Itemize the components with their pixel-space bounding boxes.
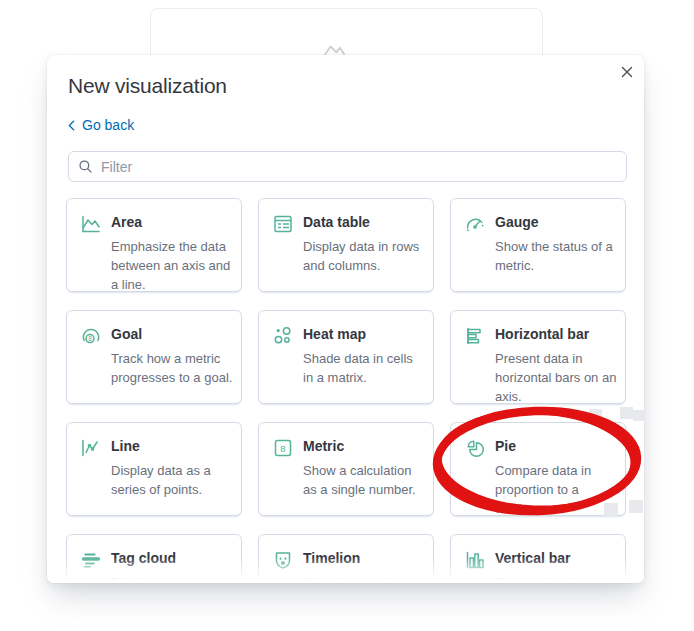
go-back-link[interactable]: Go back	[68, 117, 134, 133]
timelion-icon	[271, 548, 295, 572]
vis-type-card-gauge[interactable]: Gauge Show the status of a metric.	[450, 198, 626, 292]
vertical-bar-icon	[463, 548, 487, 572]
vis-type-card-pie[interactable]: Pie Compare data in proportion to a whol…	[450, 422, 626, 516]
card-description: Show time series data on a graph.	[303, 573, 426, 583]
vis-type-card-goal[interactable]: 8 Goal Track how a metric progresses to …	[66, 310, 242, 404]
artifact-square	[620, 407, 633, 419]
card-description: Display data in rows and columns.	[303, 237, 426, 275]
vis-type-card-area[interactable]: Area Emphasize the data between an axis …	[66, 198, 242, 292]
data-table-icon	[271, 212, 295, 236]
card-title: Pie	[495, 438, 516, 454]
go-back-label: Go back	[82, 117, 134, 133]
pie-icon	[463, 436, 487, 460]
vis-type-grid: Area Emphasize the data between an axis …	[66, 198, 626, 583]
card-title: Heat map	[303, 326, 366, 342]
vis-type-card-vertical-bar[interactable]: Vertical bar Present data in vertical ba…	[450, 534, 626, 583]
card-description: Present data in vertical bars on an axis…	[495, 573, 618, 583]
card-title: Timelion	[303, 550, 360, 566]
card-title: Area	[111, 214, 142, 230]
gauge-icon	[463, 212, 487, 236]
heat-map-icon	[271, 324, 295, 348]
new-visualization-modal: New visualization Go back Area Emphasize…	[47, 55, 644, 583]
artifact-square	[604, 503, 618, 516]
chevron-left-icon	[68, 120, 75, 131]
card-title: Line	[111, 438, 140, 454]
vis-type-card-horizontal-bar[interactable]: Horizontal bar Present data in horizonta…	[450, 310, 626, 404]
vis-type-card-data-table[interactable]: Data table Display data in rows and colu…	[258, 198, 434, 292]
page-title: New visualization	[68, 74, 227, 98]
card-description: Show the status of a metric.	[495, 237, 618, 275]
card-description: Shade data in cells in a matrix.	[303, 349, 426, 387]
card-description: Show a calculation as a single number.	[303, 461, 426, 499]
close-icon[interactable]	[616, 61, 638, 83]
filter-input[interactable]	[68, 151, 627, 182]
tag-cloud-icon	[79, 548, 103, 572]
card-title: Horizontal bar	[495, 326, 589, 342]
card-title: Gauge	[495, 214, 539, 230]
line-icon	[79, 436, 103, 460]
area-icon	[79, 212, 103, 236]
vis-type-card-tag-cloud[interactable]: Tag cloud Display word frequency with fo…	[66, 534, 242, 583]
card-description: Display data as a series of points.	[111, 461, 234, 499]
card-title: Data table	[303, 214, 370, 230]
horizontal-bar-icon	[463, 324, 487, 348]
artifact-square	[629, 500, 643, 513]
vis-type-card-heat-map[interactable]: Heat map Shade data in cells in a matrix…	[258, 310, 434, 404]
card-description: Present data in horizontal bars on an ax…	[495, 349, 618, 406]
card-title: Goal	[111, 326, 142, 342]
card-description: Compare data in proportion to a whole.	[495, 461, 618, 518]
artifact-square	[633, 410, 644, 421]
svg-text:8: 8	[280, 443, 285, 454]
vis-type-card-metric[interactable]: 8 Metric Show a calculation as a single …	[258, 422, 434, 516]
page: New visualization Go back Area Emphasize…	[0, 0, 694, 631]
svg-text:8: 8	[88, 335, 92, 342]
card-description: Emphasize the data between an axis and a…	[111, 237, 234, 294]
goal-icon: 8	[79, 324, 103, 348]
card-title: Vertical bar	[495, 550, 571, 566]
artifact-square	[589, 409, 602, 421]
vis-type-card-line[interactable]: Line Display data as a series of points.	[66, 422, 242, 516]
card-title: Tag cloud	[111, 550, 176, 566]
card-description: Display word frequency with font size.	[111, 573, 234, 583]
vis-type-card-timelion[interactable]: Timelion Show time series data on a grap…	[258, 534, 434, 583]
card-title: Metric	[303, 438, 344, 454]
card-description: Track how a metric progresses to a goal.	[111, 349, 234, 387]
metric-icon: 8	[271, 436, 295, 460]
